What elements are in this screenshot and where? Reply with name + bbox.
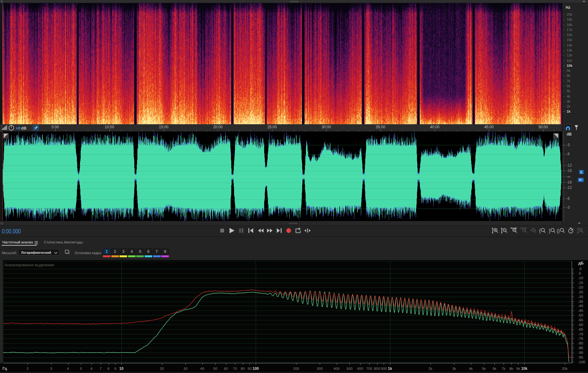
svg-text:{}: {}: [557, 228, 560, 233]
svg-text:{: {: [539, 228, 541, 233]
svg-text:}: }: [549, 228, 551, 233]
